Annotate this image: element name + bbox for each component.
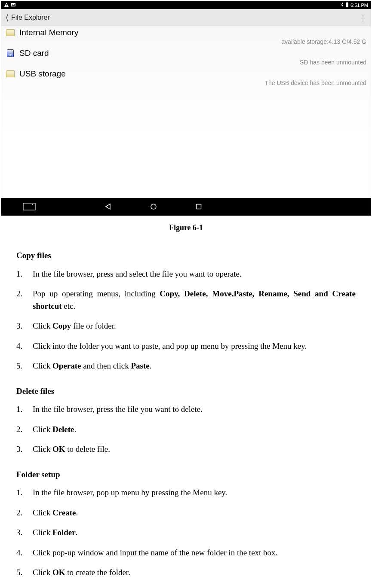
storage-status: available storage:4.13 G/4.52 G — [6, 37, 366, 47]
svg-rect-3 — [346, 3, 348, 7]
section-heading-delete: Delete files — [16, 385, 356, 398]
storage-label: Internal Memory — [19, 28, 78, 37]
folder-icon — [6, 69, 15, 79]
section-heading-folder: Folder setup — [16, 469, 356, 481]
list-item: In the file browser, pop up menu by pres… — [16, 487, 356, 499]
svg-rect-2 — [11, 3, 15, 6]
back-chevron-icon[interactable]: ⟨ — [6, 13, 9, 22]
svg-rect-0 — [6, 4, 6, 6]
overflow-menu-icon[interactable]: ⋮ — [359, 12, 366, 23]
svg-rect-1 — [6, 6, 6, 6]
android-nav-bar — [1, 198, 371, 215]
bluetooth-icon — [340, 2, 344, 8]
list-item: In the file browser, press and select th… — [16, 268, 356, 280]
list-item: Click Operate and then click Paste. — [16, 360, 356, 372]
battery-icon — [345, 2, 349, 8]
steps-delete: In the file browser, press the file you … — [16, 403, 356, 456]
storage-item-sd[interactable]: SD card SD has been unmounted — [1, 47, 371, 67]
list-item: Click Folder. — [16, 527, 356, 539]
app-header: ⟨ File Explorer ⋮ — [1, 9, 371, 26]
list-item: Click OK to create the folder. — [16, 567, 356, 579]
image-icon — [11, 2, 16, 8]
figure-caption: Figure 6-1 — [0, 223, 372, 232]
svg-point-6 — [32, 204, 33, 205]
list-item: Click pop-up window and input the name o… — [16, 547, 356, 559]
svg-point-7 — [151, 204, 156, 209]
list-item: Click into the folder you want to paste,… — [16, 340, 356, 353]
section-heading-copy: Copy files — [16, 250, 356, 262]
list-item: Click OK to delete file. — [16, 443, 356, 456]
list-item: Pop up operating menus, including Copy, … — [16, 288, 356, 312]
steps-copy: In the file browser, press and select th… — [16, 268, 356, 372]
back-button[interactable] — [105, 203, 111, 210]
storage-list: Internal Memory available storage:4.13 G… — [1, 26, 371, 198]
storage-label: SD card — [19, 49, 49, 58]
list-item: Click Copy file or folder. — [16, 320, 356, 332]
document-body: Copy files In the file browser, press an… — [0, 250, 372, 588]
svg-rect-5 — [23, 203, 35, 210]
list-item: In the file browser, press the file you … — [16, 403, 356, 416]
status-bar: 6:51 PM — [1, 1, 371, 9]
storage-label: USB storage — [19, 69, 66, 79]
svg-rect-8 — [197, 204, 201, 209]
storage-item-internal[interactable]: Internal Memory available storage:4.13 G… — [1, 26, 371, 47]
sd-card-icon — [6, 49, 15, 58]
steps-folder: In the file browser, pop up menu by pres… — [16, 487, 356, 579]
svg-rect-4 — [347, 2, 348, 3]
storage-status: The USB device has been unmounted — [6, 79, 366, 88]
list-item: Click Create. — [16, 507, 356, 519]
folder-icon — [6, 28, 15, 37]
screenshot-button[interactable] — [23, 203, 36, 210]
app-title: File Explorer — [11, 14, 50, 21]
android-screenshot: 6:51 PM ⟨ File Explorer ⋮ Internal Memor… — [1, 1, 371, 216]
clock-time: 6:51 PM — [350, 3, 368, 8]
storage-item-usb[interactable]: USB storage The USB device has been unmo… — [1, 67, 371, 88]
list-item: Click Delete. — [16, 423, 356, 436]
home-button[interactable] — [150, 203, 157, 210]
recents-button[interactable] — [196, 203, 202, 210]
storage-status: SD has been unmounted — [6, 58, 366, 67]
warning-icon — [4, 2, 9, 8]
